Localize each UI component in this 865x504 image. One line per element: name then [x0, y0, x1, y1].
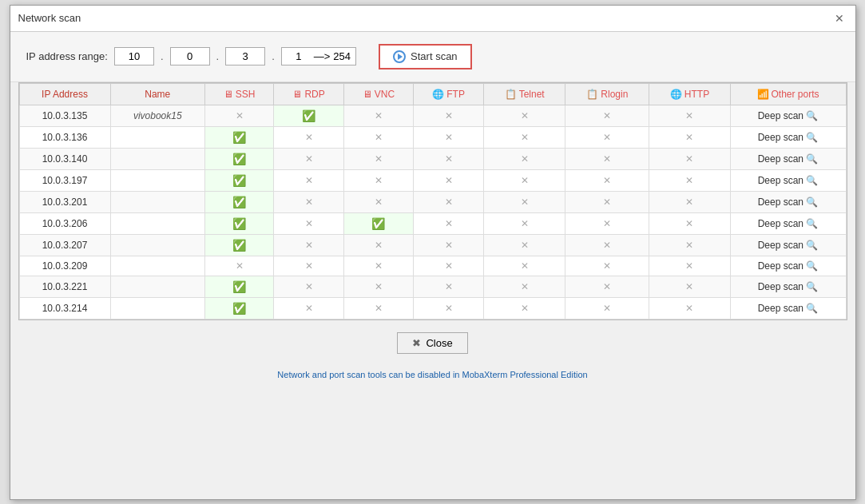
col-header-vnc: 🖥 VNC [343, 83, 413, 105]
name-cell [110, 276, 204, 297]
protocol-cell: ✕ [484, 256, 565, 276]
name-cell [110, 256, 204, 276]
deep-scan-cell[interactable]: Deep scan 🔍 [730, 234, 846, 256]
x-mark: ✕ [603, 153, 611, 165]
deep-scan-cell[interactable]: Deep scan 🔍 [730, 105, 846, 126]
protocol-cell: ✅ [205, 169, 274, 191]
name-cell [110, 169, 204, 191]
deep-scan-link[interactable]: Deep scan 🔍 [758, 110, 819, 121]
protocol-cell: ✕ [274, 148, 343, 169]
protocol-cell: ✕ [565, 148, 649, 169]
protocol-cell: ✕ [343, 297, 413, 319]
protocol-cell: ✕ [649, 297, 730, 319]
x-mark: ✕ [445, 110, 453, 121]
ip-range-end: 254 [333, 50, 351, 62]
x-mark: ✕ [685, 132, 693, 143]
deep-scan-cell[interactable]: Deep scan 🔍 [730, 126, 846, 148]
deep-scan-link[interactable]: Deep scan 🔍 [758, 260, 819, 272]
bottom-link[interactable]: Network and port scan tools can be disab… [277, 370, 587, 379]
protocol-cell: ✕ [414, 191, 484, 212]
protocol-cell: ✕ [565, 256, 649, 276]
protocol-cell: ✕ [484, 105, 565, 126]
x-mark: ✕ [685, 260, 693, 272]
start-scan-button[interactable]: Start scan [379, 44, 472, 69]
table-row: 10.0.3.206✅✕✅✕✕✕✕Deep scan 🔍 [19, 212, 846, 234]
deep-scan-link[interactable]: Deep scan 🔍 [758, 196, 819, 208]
table-row: 10.0.3.209✕✕✕✕✕✕✕Deep scan 🔍 [19, 256, 846, 276]
bottom-link-container: Network and port scan tools can be disab… [10, 366, 855, 387]
protocol-cell: ✅ [205, 148, 274, 169]
deep-scan-link[interactable]: Deep scan 🔍 [758, 303, 819, 314]
deep-scan-cell[interactable]: Deep scan 🔍 [730, 256, 846, 276]
protocol-cell: ✕ [414, 234, 484, 256]
ip-range-start-input[interactable] [287, 50, 311, 62]
protocol-cell: ✕ [414, 276, 484, 297]
protocol-cell: ✕ [343, 191, 413, 212]
x-mark: ✕ [375, 153, 383, 165]
search-icon: 🔍 [806, 303, 818, 314]
protocol-cell: ✕ [565, 126, 649, 148]
check-icon: ✅ [232, 302, 246, 315]
protocol-cell: ✕ [205, 256, 274, 276]
protocol-cell: ✕ [343, 169, 413, 191]
protocol-cell: ✕ [649, 191, 730, 212]
x-mark: ✕ [521, 218, 529, 229]
protocol-cell: ✕ [343, 126, 413, 148]
x-mark: ✕ [375, 196, 383, 208]
close-button[interactable]: ✖ Close [397, 332, 467, 354]
check-icon: ✅ [371, 217, 385, 230]
x-mark: ✕ [685, 175, 693, 186]
table-row: 10.0.3.140✅✕✕✕✕✕✕Deep scan 🔍 [19, 148, 846, 169]
protocol-cell: ✕ [414, 256, 484, 276]
deep-scan-cell[interactable]: Deep scan 🔍 [730, 276, 846, 297]
x-mark: ✕ [445, 196, 453, 208]
protocol-cell: ✕ [343, 276, 413, 297]
ip-octet3-input[interactable] [225, 47, 265, 65]
protocol-cell: ✕ [343, 234, 413, 256]
protocol-cell: ✕ [565, 169, 649, 191]
x-mark: ✕ [375, 260, 383, 272]
protocol-cell: ✅ [205, 126, 274, 148]
deep-scan-link[interactable]: Deep scan 🔍 [758, 281, 819, 292]
play-icon [393, 50, 406, 63]
protocol-cell: ✕ [484, 276, 565, 297]
protocol-cell: ✕ [484, 212, 565, 234]
name-cell [110, 148, 204, 169]
protocol-cell: ✕ [414, 105, 484, 126]
ip-address-cell: 10.0.3.209 [19, 256, 110, 276]
check-icon: ✅ [232, 196, 246, 208]
footer: ✖ Close [10, 320, 855, 366]
protocol-cell: ✕ [484, 191, 565, 212]
x-mark: ✕ [305, 260, 313, 272]
x-mark: ✕ [603, 175, 611, 186]
table-row: 10.0.3.214✅✕✕✕✕✕✕Deep scan 🔍 [19, 297, 846, 319]
deep-scan-link[interactable]: Deep scan 🔍 [758, 240, 819, 251]
x-mark: ✕ [685, 110, 693, 121]
x-mark: ✕ [445, 132, 453, 143]
x-mark: ✕ [305, 281, 313, 292]
x-mark: ✕ [375, 240, 383, 251]
x-mark: ✕ [375, 132, 383, 143]
deep-scan-cell[interactable]: Deep scan 🔍 [730, 148, 846, 169]
ip-dot2: . [216, 50, 220, 62]
deep-scan-cell[interactable]: Deep scan 🔍 [730, 169, 846, 191]
deep-scan-link[interactable]: Deep scan 🔍 [758, 175, 819, 186]
window-close-button[interactable]: ✕ [831, 10, 847, 26]
ip-octet2-input[interactable] [170, 47, 210, 65]
deep-scan-cell[interactable]: Deep scan 🔍 [730, 212, 846, 234]
deep-scan-link[interactable]: Deep scan 🔍 [758, 132, 819, 143]
protocol-cell: ✕ [414, 212, 484, 234]
deep-scan-cell[interactable]: Deep scan 🔍 [730, 191, 846, 212]
deep-scan-link[interactable]: Deep scan 🔍 [758, 218, 819, 229]
name-cell [110, 234, 204, 256]
rdp-col-icon: 🖥 [292, 89, 302, 100]
deep-scan-link[interactable]: Deep scan 🔍 [758, 153, 819, 165]
search-icon: 🔍 [806, 240, 818, 251]
protocol-cell: ✕ [565, 276, 649, 297]
col-header-ssh: 🖥 SSH [205, 83, 274, 105]
ip-address-cell: 10.0.3.221 [19, 276, 110, 297]
ip-octet1-input[interactable] [114, 47, 154, 65]
name-cell [110, 212, 204, 234]
deep-scan-cell[interactable]: Deep scan 🔍 [730, 297, 846, 319]
name-cell [110, 126, 204, 148]
